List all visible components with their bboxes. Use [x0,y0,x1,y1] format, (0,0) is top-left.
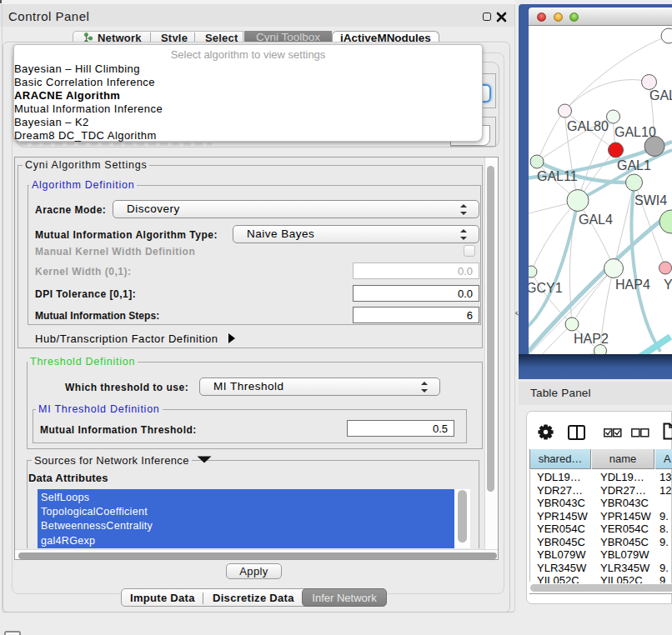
svg-text:SWI4: SWI4 [634,193,667,208]
svg-text:GAL4: GAL4 [579,212,613,227]
svg-text:HAP2: HAP2 [574,332,609,346]
svg-text:GAL11: GAL11 [537,169,578,183]
svg-text:GAL80: GAL80 [567,119,609,133]
svg-text:GAL10: GAL10 [614,125,656,139]
svg-text:GAL1: GAL1 [617,158,651,172]
svg-text:GCY1: GCY1 [529,281,563,295]
svg-text:GAL7: GAL7 [649,88,672,102]
svg-text:Y: Y [664,278,672,292]
svg-text:HAP4: HAP4 [615,278,650,292]
